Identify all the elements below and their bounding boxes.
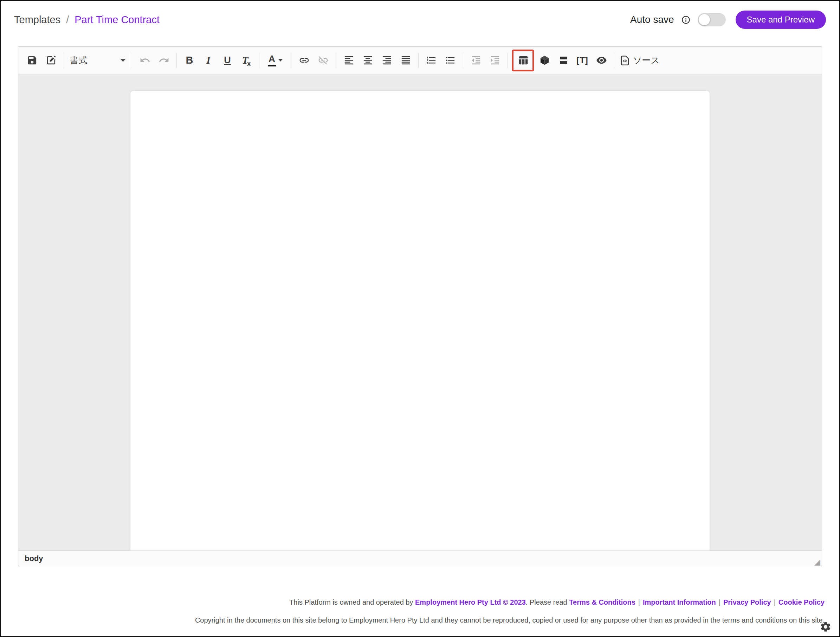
outdent-button[interactable] (466, 51, 485, 70)
footer-terms-link[interactable]: Terms & Conditions (569, 598, 635, 606)
save-icon (27, 55, 38, 66)
autosave-toggle[interactable] (698, 13, 726, 26)
align-center-icon (362, 55, 373, 66)
footer-legal-line: This Platform is owned and operated by E… (16, 597, 824, 607)
table-button-highlight-annotation (512, 49, 534, 71)
cube-icon (539, 55, 550, 66)
toolbar-separator (463, 53, 463, 68)
bold-button[interactable]: B (180, 51, 199, 70)
toolbar-separator (507, 53, 508, 68)
document-editing-area[interactable] (130, 90, 710, 550)
editor-canvas (18, 74, 822, 550)
redo-icon (158, 55, 169, 66)
align-right-icon (381, 55, 392, 66)
footer-separator: | (719, 598, 720, 606)
footer-separator: | (774, 598, 776, 606)
undo-icon (139, 55, 150, 66)
italic-button[interactable]: I (199, 51, 218, 70)
toolbar-separator (291, 53, 291, 68)
footer-separator: | (638, 598, 640, 606)
preview-button[interactable] (592, 51, 611, 70)
toolbar-separator (132, 53, 132, 68)
element-path-body[interactable]: body (25, 554, 43, 563)
outdent-icon (471, 55, 482, 66)
insert-token-button[interactable]: [T] (573, 51, 592, 70)
toolbar-group-align (339, 51, 415, 70)
align-justify-icon (400, 55, 411, 66)
insert-section-button[interactable] (554, 51, 573, 70)
page-footer: This Platform is owned and operated by E… (1, 566, 839, 636)
token-icon: [T] (576, 55, 588, 65)
footer-copyright-line: Copyright in the documents on this site … (16, 615, 824, 625)
text-color-button[interactable]: A (262, 51, 288, 70)
link-icon (299, 55, 309, 66)
chevron-down-icon (278, 59, 283, 62)
align-right-button[interactable] (377, 51, 396, 70)
underline-button[interactable]: U (218, 51, 237, 70)
toolbar-group-color: A (262, 51, 288, 70)
breadcrumb: Templates / Part Time Contract (14, 14, 159, 26)
redo-button[interactable] (154, 51, 173, 70)
bulleted-list-icon (445, 55, 456, 66)
source-button-label: ソース (633, 54, 660, 66)
remove-format-button[interactable]: Tx (237, 51, 256, 70)
toggle-knob (699, 14, 710, 25)
autosave-label: Auto save (630, 14, 674, 25)
align-justify-button[interactable] (396, 51, 415, 70)
align-left-icon (343, 55, 354, 66)
italic-icon: I (206, 54, 210, 66)
breadcrumb-separator: / (66, 14, 69, 26)
new-page-button[interactable] (41, 51, 60, 70)
top-bar: Templates / Part Time Contract Auto save… (1, 1, 839, 39)
undo-button[interactable] (135, 51, 154, 70)
breadcrumb-current-page: Part Time Contract (74, 14, 159, 26)
eye-icon (596, 55, 607, 66)
numbered-list-icon (426, 55, 437, 66)
unlink-button[interactable] (314, 51, 333, 70)
source-code-icon (620, 55, 630, 66)
editor-toolbar: 書式 B I U Tx (18, 47, 822, 74)
link-button[interactable] (295, 51, 314, 70)
breadcrumb-templates-link[interactable]: Templates (14, 14, 60, 26)
toolbar-separator (614, 53, 614, 68)
toolbar-separator (418, 53, 418, 68)
bulleted-list-button[interactable] (441, 51, 460, 70)
page: Templates / Part Time Contract Auto save… (0, 0, 840, 637)
horizontal-sections-icon (558, 55, 569, 66)
insert-widget-button[interactable] (535, 51, 554, 70)
toolbar-group-insert: [T] (511, 49, 611, 71)
settings-gear-icon[interactable] (819, 621, 832, 633)
insert-table-button[interactable] (513, 51, 532, 70)
footer-company-link[interactable]: Employment Hero Pty Ltd © 2023 (415, 598, 526, 606)
footer-cookie-link[interactable]: Cookie Policy (778, 598, 824, 606)
save-button[interactable] (22, 51, 41, 70)
save-and-preview-button[interactable]: Save and Preview (736, 11, 826, 29)
indent-icon (489, 55, 501, 66)
footer-important-info-link[interactable]: Important Information (643, 598, 716, 606)
source-button[interactable]: ソース (617, 54, 662, 66)
align-left-button[interactable] (339, 51, 358, 70)
align-center-button[interactable] (358, 51, 377, 70)
toolbar-group-links (295, 51, 333, 70)
format-dropdown-label: 書式 (70, 54, 87, 66)
indent-button[interactable] (485, 51, 504, 70)
rich-text-editor: 書式 B I U Tx (18, 46, 822, 566)
table-icon (518, 55, 529, 66)
topbar-actions: Auto save Save and Preview (630, 11, 826, 29)
edit-page-icon (46, 55, 57, 66)
numbered-list-button[interactable] (422, 51, 441, 70)
footer-privacy-link[interactable]: Privacy Policy (723, 598, 771, 606)
info-icon[interactable] (681, 15, 691, 25)
footer-text: . Please read (526, 598, 569, 606)
unlink-icon (318, 55, 328, 66)
footer-text: This Platform is owned and operated by (289, 598, 415, 606)
text-color-icon: A (268, 54, 276, 66)
toolbar-group-lists (422, 51, 460, 70)
toolbar-separator (259, 53, 259, 68)
toolbar-separator (177, 53, 177, 68)
resize-handle-icon[interactable]: ◢ (814, 558, 820, 566)
toolbar-separator (336, 53, 336, 68)
format-dropdown[interactable]: 書式 (67, 51, 129, 70)
chevron-down-icon (120, 59, 126, 62)
toolbar-group-document (22, 51, 60, 70)
